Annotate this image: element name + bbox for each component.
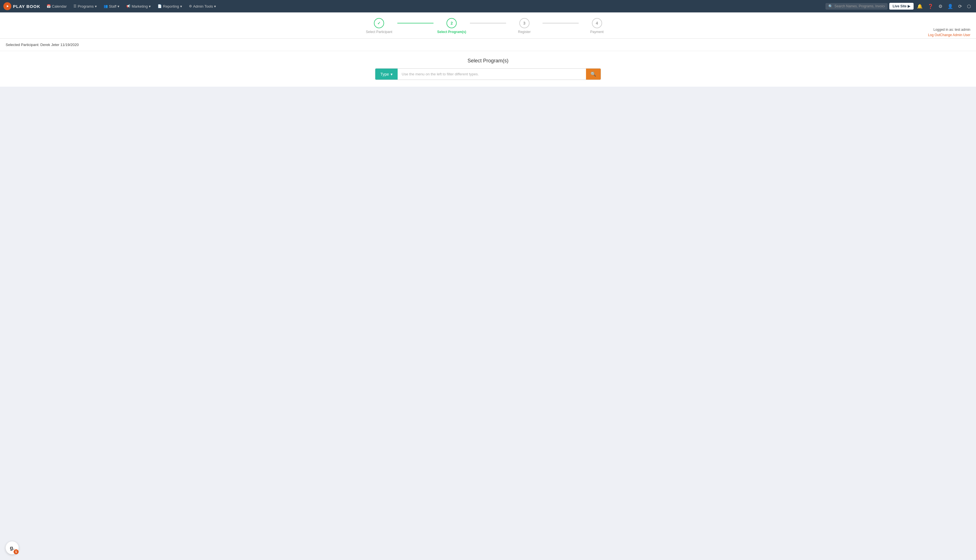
search-input[interactable] — [834, 4, 885, 8]
reporting-chevron-icon: ▾ — [180, 4, 182, 8]
marketing-chevron-icon: ▾ — [149, 4, 151, 8]
program-selection-title: Select Program(s) — [6, 58, 970, 64]
brand-icon — [3, 2, 11, 10]
wizard-connector-2 — [470, 23, 506, 23]
wizard-step-2: 2 Select Program(s) — [434, 18, 470, 34]
live-site-label: Live Site — [893, 4, 906, 8]
nav-admin-tools[interactable]: ⚙ Admin Tools ▾ — [186, 3, 219, 10]
grid-icon[interactable]: ⬡ — [965, 3, 973, 10]
brand-name: PLAY BOOK — [13, 4, 40, 9]
admin-tools-icon: ⚙ — [189, 4, 192, 8]
type-dropdown-chevron-icon: ▾ — [390, 72, 392, 77]
wizard-connector-3 — [542, 23, 579, 23]
staff-icon: 👥 — [103, 4, 108, 8]
nav-calendar[interactable]: 📅 Calendar — [44, 3, 70, 10]
type-dropdown-label: Type — [380, 72, 389, 77]
change-admin-link[interactable]: Change Admin User — [940, 33, 970, 37]
admin-tools-chevron-icon: ▾ — [214, 4, 216, 8]
wizard-connector-1 — [397, 23, 434, 23]
program-search-bar: Type ▾ 🔍 — [375, 68, 601, 80]
user-icon[interactable]: 👤 — [946, 3, 955, 10]
type-dropdown-button[interactable]: Type ▾ — [375, 68, 398, 80]
live-site-arrow-icon: ▶ — [908, 4, 910, 8]
nav-programs[interactable]: ☰ Programs ▾ — [71, 3, 99, 10]
selected-participant-text: Selected Participant: Derek Jeter 11/19/… — [6, 43, 79, 47]
wizard-step-2-label: Select Program(s) — [437, 30, 466, 34]
wizard-step-3-label: Register — [518, 30, 531, 34]
wizard-steps: ✓ Select Participant 2 Select Program(s)… — [361, 18, 615, 34]
wizard-step-3: 3 Register — [506, 18, 542, 34]
calendar-icon: 📅 — [47, 4, 51, 8]
logged-in-as-text: Logged in as: test admin — [928, 27, 970, 32]
wizard-step-4-circle: 4 — [592, 18, 602, 28]
notifications-icon[interactable]: 🔔 — [915, 3, 924, 10]
nav-reporting[interactable]: 📄 Reporting ▾ — [155, 3, 185, 10]
wizard-step-4: 4 Payment — [579, 18, 615, 34]
wizard-container: ✓ Select Participant 2 Select Program(s)… — [0, 12, 976, 39]
program-selection-section: Select Program(s) Type ▾ 🔍 — [0, 51, 976, 87]
programs-chevron-icon: ▾ — [95, 4, 97, 8]
global-search[interactable]: 🔍 — [826, 3, 888, 10]
programs-icon: ☰ — [73, 4, 77, 8]
navbar-right: 🔍 Live Site ▶ 🔔 ❓ ⚙ 👤 ⟳ ⬡ — [826, 3, 973, 10]
nav-programs-label: Programs — [78, 4, 93, 8]
wizard-step-1-label: Select Participant — [366, 30, 392, 34]
live-site-button[interactable]: Live Site ▶ — [889, 3, 914, 10]
nav-admin-tools-label: Admin Tools — [193, 4, 213, 8]
nav-staff-label: Staff — [109, 4, 117, 8]
search-submit-icon: 🔍 — [591, 72, 596, 77]
wizard-step-2-circle: 2 — [447, 18, 457, 28]
brand[interactable]: PLAY BOOK — [3, 2, 40, 10]
wizard-step-1: ✓ Select Participant — [361, 18, 397, 34]
marketing-icon: 📢 — [126, 4, 130, 8]
log-out-link[interactable]: Log Out — [928, 33, 940, 37]
lower-content-area — [0, 87, 976, 228]
staff-chevron-icon: ▾ — [117, 4, 120, 8]
wizard-step-1-circle: ✓ — [374, 18, 384, 28]
selected-participant-bar: Selected Participant: Derek Jeter 11/19/… — [0, 39, 976, 51]
settings-icon[interactable]: ⚙ — [937, 3, 944, 10]
navbar: PLAY BOOK 📅 Calendar ☰ Programs ▾ 👥 Staf… — [0, 0, 976, 12]
wizard-step-3-circle: 3 — [519, 18, 529, 28]
reporting-icon: 📄 — [158, 4, 162, 8]
login-info: Logged in as: test admin Log OutChange A… — [928, 27, 970, 38]
nav-reporting-label: Reporting — [163, 4, 179, 8]
help-icon[interactable]: ❓ — [926, 3, 935, 10]
history-icon[interactable]: ⟳ — [956, 3, 964, 10]
nav-staff[interactable]: 👥 Staff ▾ — [101, 3, 123, 10]
nav-calendar-label: Calendar — [52, 4, 67, 8]
wizard-step-4-label: Payment — [590, 30, 604, 34]
program-search-input[interactable] — [398, 68, 586, 80]
program-search-submit-button[interactable]: 🔍 — [586, 68, 601, 80]
nav-marketing[interactable]: 📢 Marketing ▾ — [123, 3, 153, 10]
search-icon: 🔍 — [828, 4, 833, 8]
nav-marketing-label: Marketing — [132, 4, 148, 8]
